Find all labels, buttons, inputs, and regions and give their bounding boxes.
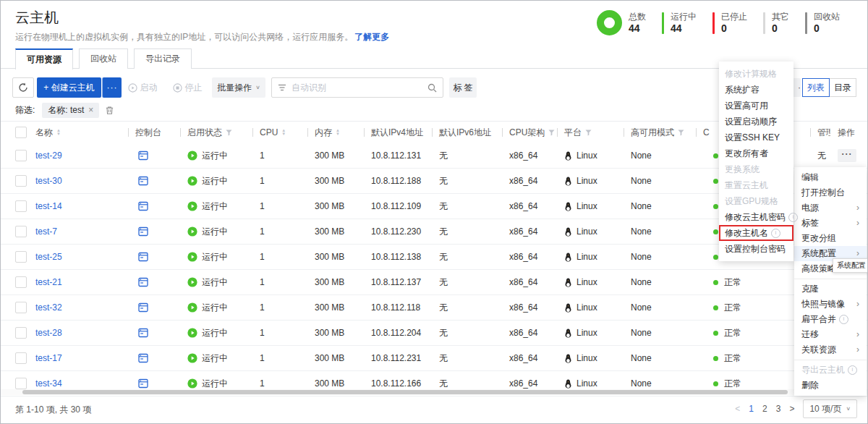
- menu-item-打开控制台[interactable]: 打开控制台: [794, 185, 867, 200]
- menu-item-扁平合并[interactable]: 扁平合并i: [794, 312, 867, 327]
- row-actions-button[interactable]: ···: [838, 149, 856, 162]
- host-name-link[interactable]: test-7: [35, 226, 57, 237]
- batch-actions-button[interactable]: 批量操作∨: [212, 77, 265, 98]
- open-console-button[interactable]: [128, 245, 180, 269]
- menu-item-编辑[interactable]: 编辑: [794, 170, 867, 185]
- tab-回收站[interactable]: 回收站: [79, 48, 128, 69]
- stop-button[interactable]: 停止: [170, 77, 205, 98]
- open-console-button[interactable]: [128, 169, 180, 193]
- open-console-button[interactable]: [128, 219, 180, 244]
- prev-page-button[interactable]: <: [735, 404, 740, 414]
- cell-cb[interactable]: [1, 270, 34, 294]
- cell-cb[interactable]: [1, 143, 34, 168]
- filter-icon[interactable]: [548, 130, 555, 136]
- row-checkbox[interactable]: [15, 150, 27, 161]
- start-button[interactable]: 启动: [125, 77, 160, 98]
- column-header-action[interactable]: 操作: [830, 122, 868, 143]
- cell-name[interactable]: test-28: [34, 321, 128, 345]
- menu-item-修改云主机密码[interactable]: 修改云主机密码i: [719, 209, 793, 225]
- cell-name[interactable]: test-30: [34, 169, 128, 193]
- column-header-ha[interactable]: 高可用模式: [624, 122, 696, 143]
- host-name-link[interactable]: test-14: [35, 201, 62, 211]
- menu-item-设置启动顺序[interactable]: 设置启动顺序: [719, 114, 793, 130]
- menu-item-设置SSH KEY[interactable]: 设置SSH KEY: [719, 130, 793, 145]
- row-checkbox[interactable]: [15, 378, 27, 389]
- cell-name[interactable]: test-29: [34, 143, 128, 168]
- column-header-ipv4[interactable]: 默认IPv4地址: [364, 122, 432, 143]
- tab-可用资源[interactable]: 可用资源: [15, 48, 73, 69]
- host-name-link[interactable]: test-32: [35, 302, 62, 313]
- cell-name[interactable]: test-21: [34, 270, 128, 294]
- row-checkbox[interactable]: [15, 200, 27, 212]
- next-page-button[interactable]: >: [789, 404, 794, 414]
- host-name-link[interactable]: test-17: [35, 353, 62, 363]
- host-name-link[interactable]: test-21: [35, 277, 62, 287]
- column-header-ipv6[interactable]: 默认IPv6地址: [432, 122, 502, 143]
- row-checkbox[interactable]: [15, 302, 27, 313]
- filter-icon[interactable]: [678, 130, 684, 136]
- menu-item-更改分组[interactable]: 更改分组: [794, 231, 867, 246]
- search-input[interactable]: 自动识别: [271, 77, 443, 98]
- menu-item-修改主机名[interactable]: 修改主机名i: [719, 225, 793, 241]
- host-name-link[interactable]: test-34: [35, 378, 62, 389]
- open-console-button[interactable]: [128, 194, 180, 219]
- view-list-button[interactable]: 列表: [802, 78, 830, 97]
- remove-filter-icon[interactable]: ×: [88, 105, 93, 115]
- menu-item-设置控制台密码[interactable]: 设置控制台密码: [719, 241, 793, 257]
- host-name-link[interactable]: test-29: [35, 150, 62, 161]
- page-size-select[interactable]: 10 项/页∨: [803, 399, 857, 418]
- filter-icon[interactable]: [585, 130, 592, 136]
- column-header-mgmt[interactable]: 管理: [810, 122, 830, 143]
- open-console-button[interactable]: [128, 270, 180, 294]
- filter-icon[interactable]: [226, 130, 232, 136]
- menu-item-删除[interactable]: 删除: [794, 378, 867, 393]
- open-console-button[interactable]: [128, 321, 180, 345]
- row-checkbox[interactable]: [15, 251, 27, 263]
- refresh-button[interactable]: [12, 77, 34, 98]
- sort-icon[interactable]: ▲▼: [281, 129, 286, 136]
- open-console-button[interactable]: [128, 295, 180, 320]
- cell-cb[interactable]: [1, 245, 34, 269]
- menu-item-快照与镜像[interactable]: 快照与镜像›: [794, 297, 867, 312]
- menu-item-系统扩容[interactable]: 系统扩容: [719, 82, 793, 98]
- cell-name[interactable]: test-32: [34, 295, 128, 320]
- clear-filters-button[interactable]: [105, 106, 114, 115]
- cell-cb[interactable]: [1, 169, 34, 193]
- cell-name[interactable]: test-17: [34, 346, 128, 370]
- learn-more-link[interactable]: 了解更多: [354, 32, 389, 42]
- cell-cb[interactable]: [1, 346, 34, 370]
- cell-cb[interactable]: [1, 194, 34, 219]
- host-name-link[interactable]: test-25: [35, 252, 62, 262]
- menu-item-关联资源[interactable]: 关联资源›: [794, 342, 867, 357]
- column-header-name[interactable]: 名称▲▼: [34, 122, 128, 143]
- view-catalog-button[interactable]: 目录: [829, 78, 856, 97]
- create-host-button[interactable]: + 创建云主机: [37, 77, 101, 98]
- page-button-2[interactable]: 2: [762, 404, 767, 414]
- column-header-platform[interactable]: 平台: [557, 122, 624, 143]
- column-header-arch[interactable]: CPU架构: [502, 122, 557, 143]
- page-button-3[interactable]: 3: [776, 404, 781, 414]
- host-name-link[interactable]: test-28: [35, 328, 62, 338]
- create-more-button[interactable]: ···: [102, 77, 122, 98]
- cell-cb[interactable]: [1, 321, 34, 345]
- column-header-console[interactable]: 控制台: [128, 122, 180, 143]
- open-console-button[interactable]: [128, 346, 180, 370]
- select-all-checkbox[interactable]: [15, 127, 27, 138]
- column-header-mem[interactable]: 内存▲▼: [307, 122, 364, 143]
- tag-button[interactable]: 标签: [449, 77, 477, 98]
- filter-tag[interactable]: 名称: test×: [42, 103, 99, 118]
- host-name-link[interactable]: test-30: [35, 176, 62, 186]
- cell-name[interactable]: test-25: [34, 245, 128, 269]
- menu-item-电源[interactable]: 电源›: [794, 200, 867, 216]
- menu-item-迁移[interactable]: 迁移›: [794, 327, 867, 342]
- row-checkbox[interactable]: [15, 352, 27, 364]
- cell-cb[interactable]: [1, 295, 34, 320]
- cell-name[interactable]: test-14: [34, 194, 128, 219]
- cell-action[interactable]: ···: [830, 143, 868, 168]
- row-checkbox[interactable]: [15, 226, 27, 237]
- row-checkbox[interactable]: [15, 327, 27, 339]
- column-header-status[interactable]: 启用状态: [180, 122, 252, 143]
- menu-item-克隆[interactable]: 克隆: [794, 281, 867, 297]
- sort-icon[interactable]: ▲▼: [56, 129, 61, 136]
- cell-cb[interactable]: [1, 219, 34, 244]
